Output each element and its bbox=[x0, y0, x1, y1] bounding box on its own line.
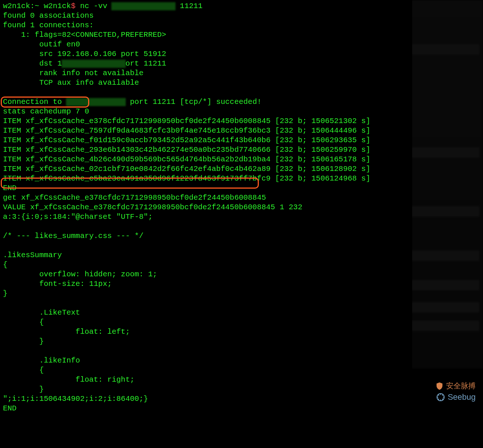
value-line: VALUE xf_xfCssCache_e378cfdc71712998950b… bbox=[3, 203, 302, 211]
nc-command: nc -vv bbox=[80, 2, 107, 10]
css-line: ";i:1;i:1506434902;i:2;i:86400;} bbox=[3, 395, 148, 403]
out-line: found 0 associations bbox=[3, 11, 94, 20]
css-line: .likesSummary bbox=[3, 251, 62, 259]
css-line: { bbox=[3, 366, 44, 374]
watermark-cn-text: 安全脉搏 bbox=[446, 381, 476, 391]
css-line: .LikeText bbox=[3, 308, 80, 317]
out-line: port 11211 [tcp/*] succeeded! bbox=[125, 98, 261, 106]
item-line: ITEM xf_xfCssCache_c5ba23ca491a350d96f12… bbox=[3, 174, 370, 183]
shield-icon bbox=[435, 382, 444, 391]
end-marker: END bbox=[3, 404, 17, 413]
censored-dst-ip: XX XXX XX XX p bbox=[62, 59, 125, 69]
prompt-host: w2n1ck:~ w2n1ck bbox=[3, 2, 71, 10]
item-line: ITEM xf_xfCssCache_02c1cbf710e0842d2f66f… bbox=[3, 165, 370, 173]
watermark-seebug: Seebug bbox=[436, 392, 476, 402]
out-line: rank info not available bbox=[3, 69, 143, 77]
censored-conn-ip: XXX XX XXX XX bbox=[66, 97, 125, 107]
item-line: ITEM xf_xfCssCache_293e6b14303c42b462274… bbox=[3, 146, 370, 154]
out-line: Connection to bbox=[3, 98, 66, 106]
end-marker: END bbox=[3, 184, 17, 192]
out-line: dst 1 bbox=[3, 59, 62, 68]
css-line: font-size: 11px; bbox=[3, 280, 112, 288]
prompt-dollar: $ bbox=[71, 2, 76, 10]
css-line: a:3:{i:0;s:184:"@charset "UTF-8"; bbox=[3, 213, 153, 221]
input-cmd-get: get xf_xfCssCache_e378cfdc71712998950bcf… bbox=[3, 193, 266, 202]
nc-port: 11211 bbox=[180, 2, 203, 10]
watermark-seebug-text: Seebug bbox=[448, 392, 476, 402]
input-cmd-stats: stats cachedump 7 0 bbox=[3, 107, 89, 116]
css-line: overflow: hidden; zoom: 1; bbox=[3, 270, 157, 279]
css-line: } bbox=[3, 289, 7, 298]
out-line: outif en0 bbox=[3, 40, 80, 49]
css-line: /* --- likes_summary.css --- */ bbox=[3, 232, 143, 240]
terminal-window[interactable]: w2n1ck:~ w2n1ck$ nc -vv XXX XXX XXX XX 1… bbox=[0, 0, 412, 398]
seebug-icon bbox=[436, 392, 445, 402]
out-line: 1: flags=82<CONNECTED,PREFERRED> bbox=[3, 31, 166, 39]
censored-ip-1: XXX XXX XXX XX bbox=[112, 1, 175, 11]
terminal-content: w2n1ck:~ w2n1ck$ nc -vv XXX XXX XXX XX 1… bbox=[3, 2, 370, 413]
out-line: src 192.168.0.106 port 51912 bbox=[3, 50, 166, 58]
watermark-anquanmaibo: 安全脉搏 bbox=[435, 381, 476, 391]
item-line: ITEM xf_xfCssCache_f01d159c0accb793452d5… bbox=[3, 136, 370, 144]
out-line: ort 11211 bbox=[125, 59, 166, 68]
css-line: float: left; bbox=[3, 328, 130, 336]
css-line: { bbox=[3, 318, 44, 326]
css-line: } bbox=[3, 385, 44, 393]
item-line: ITEM xf_xfCssCache_7597df9da4683fcfc3b0f… bbox=[3, 126, 370, 135]
out-line: TCP aux info available bbox=[3, 78, 139, 87]
css-line: float: right; bbox=[3, 375, 135, 384]
css-line: { bbox=[3, 260, 7, 269]
out-line: found 1 connections: bbox=[3, 21, 94, 29]
css-line: } bbox=[3, 337, 44, 346]
css-line: .likeInfo bbox=[3, 356, 80, 365]
item-line: ITEM xf_xfCssCache_e378cfdc71712998950bc… bbox=[3, 117, 370, 125]
item-line: ITEM xf_xfCssCache_4b26c490d59b569bc565d… bbox=[3, 155, 370, 164]
